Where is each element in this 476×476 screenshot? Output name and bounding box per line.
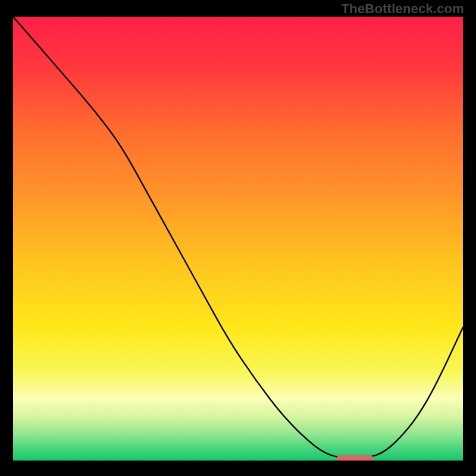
gradient-background [13, 17, 463, 461]
plot-area [13, 17, 463, 461]
chart-svg [13, 17, 463, 461]
chart-frame: TheBottleneck.com [0, 0, 476, 476]
optimal-marker [337, 455, 372, 461]
watermark-text: TheBottleneck.com [342, 1, 464, 17]
